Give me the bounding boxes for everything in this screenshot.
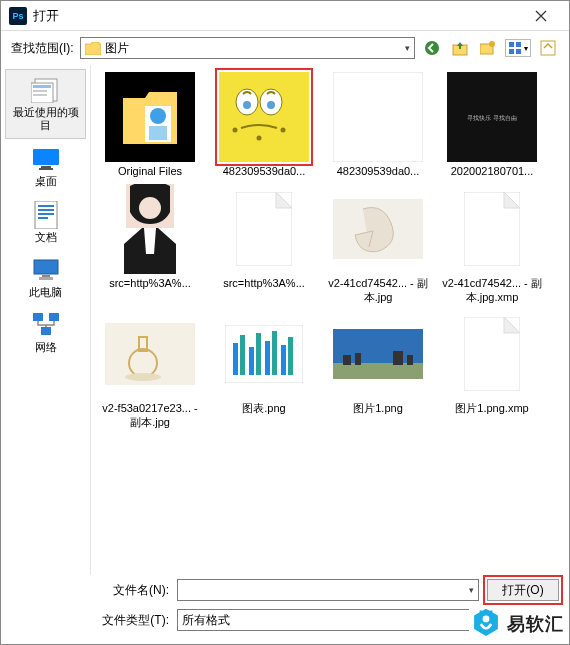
- file-label: v2-41cd74542... - 副本.jpg.xmp: [438, 275, 546, 305]
- file-label: 图片1.png.xmp: [438, 400, 546, 416]
- svg-rect-26: [33, 313, 43, 321]
- recent-icon: [30, 76, 62, 104]
- filename-combo[interactable]: ▾: [177, 579, 479, 601]
- desktop-icon: [30, 145, 62, 173]
- sidebar-item-desktop[interactable]: 桌面: [1, 139, 90, 194]
- back-icon: [424, 40, 440, 56]
- back-button[interactable]: [421, 37, 443, 59]
- svg-point-71: [483, 616, 490, 623]
- svg-rect-67: [355, 353, 361, 365]
- file-item-folder[interactable]: Original Files: [95, 71, 205, 179]
- svg-rect-11: [33, 85, 51, 88]
- lookin-row: 查找范围(I): 图片 ▾ ▾: [1, 31, 569, 65]
- svg-point-3: [489, 41, 495, 47]
- svg-rect-65: [333, 363, 423, 379]
- sidebar-item-documents[interactable]: 文档: [1, 195, 90, 250]
- svg-rect-13: [33, 94, 47, 96]
- svg-rect-61: [272, 331, 277, 375]
- svg-point-36: [243, 101, 251, 109]
- extra-icon: [540, 40, 556, 56]
- svg-point-40: [281, 128, 286, 133]
- lookin-label: 查找范围(I):: [11, 40, 74, 57]
- svg-rect-6: [509, 49, 514, 54]
- chevron-down-icon: ▾: [524, 44, 528, 53]
- file-label: v2-41cd74542... - 副本.jpg: [324, 275, 432, 305]
- file-label: src=http%3A%...: [96, 275, 204, 291]
- svg-rect-60: [265, 341, 270, 375]
- file-item[interactable]: 482309539da0...: [323, 71, 433, 179]
- thumbnail: [218, 308, 310, 400]
- thumbnail: [332, 71, 424, 163]
- filetype-label: 文件类型(T):: [101, 612, 169, 629]
- svg-rect-4: [509, 42, 514, 47]
- file-item-selected[interactable]: 482309539da0...: [209, 71, 319, 179]
- svg-rect-15: [41, 166, 51, 168]
- logo-name: 易软汇: [507, 612, 564, 636]
- filetype-combo[interactable]: 所有格式 ▾: [177, 609, 479, 631]
- file-item[interactable]: src=http%3A%...: [209, 183, 319, 305]
- sidebar-item-label: 文档: [35, 231, 57, 244]
- svg-rect-16: [39, 168, 53, 170]
- svg-rect-24: [42, 275, 50, 277]
- svg-rect-28: [41, 327, 51, 335]
- lookin-combo[interactable]: 图片 ▾: [80, 37, 415, 59]
- toolbar-icons: ▾: [421, 37, 559, 59]
- svg-rect-21: [38, 217, 48, 219]
- thumbnail: [332, 308, 424, 400]
- svg-rect-66: [343, 355, 351, 365]
- sidebar-item-network[interactable]: 网络: [1, 305, 90, 360]
- file-item[interactable]: 寻找快乐 寻找自由 202002180701...: [437, 71, 547, 179]
- file-item[interactable]: v2-41cd74542... - 副本.jpg.xmp: [437, 183, 547, 305]
- svg-rect-56: [233, 343, 238, 375]
- svg-rect-57: [240, 335, 245, 375]
- svg-rect-69: [407, 355, 413, 365]
- file-label: src=http%3A%...: [210, 275, 318, 291]
- file-item[interactable]: v2-f53a0217e23... - 副本.jpg: [95, 308, 205, 430]
- file-label: 图表.png: [210, 400, 318, 416]
- svg-point-47: [139, 197, 161, 219]
- extra-button[interactable]: [537, 37, 559, 59]
- views-button[interactable]: ▾: [505, 39, 531, 57]
- file-item[interactable]: 图片1.png: [323, 308, 433, 430]
- svg-rect-58: [249, 347, 254, 375]
- svg-rect-14: [33, 149, 59, 165]
- file-label: 482309539da0...: [324, 163, 432, 179]
- titlebar: Ps 打开: [1, 1, 569, 31]
- svg-rect-33: [219, 72, 309, 162]
- close-button[interactable]: [521, 2, 561, 30]
- svg-rect-20: [38, 213, 54, 215]
- sidebar-item-label: 此电脑: [29, 286, 62, 299]
- svg-rect-68: [393, 351, 403, 365]
- svg-rect-7: [516, 49, 521, 54]
- sidebar-item-thispc[interactable]: 此电脑: [1, 250, 90, 305]
- thumbnail: [104, 183, 196, 275]
- thumbnail: 寻找快乐 寻找自由: [446, 71, 538, 163]
- sidebar-item-label: 网络: [35, 341, 57, 354]
- file-item[interactable]: v2-41cd74542... - 副本.jpg: [323, 183, 433, 305]
- file-label: 482309539da0...: [210, 163, 318, 179]
- svg-point-38: [233, 128, 238, 133]
- filename-row: 文件名(N): ▾ 打开(O): [101, 579, 559, 601]
- sidebar-item-label: 桌面: [35, 175, 57, 188]
- sidebar: 最近使用的项目 桌面 文档 此电脑: [1, 65, 91, 575]
- file-item[interactable]: src=http%3A%...: [95, 183, 205, 305]
- thumbnail: [218, 183, 310, 275]
- sidebar-item-recent[interactable]: 最近使用的项目: [5, 69, 86, 139]
- thumbnail: [446, 183, 538, 275]
- lookin-value: 图片: [105, 40, 129, 57]
- svg-point-0: [425, 41, 439, 55]
- svg-text:寻找快乐 寻找自由: 寻找快乐 寻找自由: [467, 115, 517, 121]
- thumbnail: [104, 308, 196, 400]
- svg-rect-62: [281, 345, 286, 375]
- svg-rect-27: [49, 313, 59, 321]
- file-item[interactable]: 图表.png: [209, 308, 319, 430]
- thumbnail: [332, 183, 424, 275]
- new-folder-button[interactable]: [477, 37, 499, 59]
- up-button[interactable]: [449, 37, 471, 59]
- svg-rect-41: [333, 72, 423, 162]
- thumbnail: [104, 71, 196, 163]
- open-button[interactable]: 打开(O): [487, 579, 559, 601]
- chevron-down-icon: ▾: [469, 585, 474, 595]
- svg-rect-32: [149, 126, 167, 140]
- file-item[interactable]: 图片1.png.xmp: [437, 308, 547, 430]
